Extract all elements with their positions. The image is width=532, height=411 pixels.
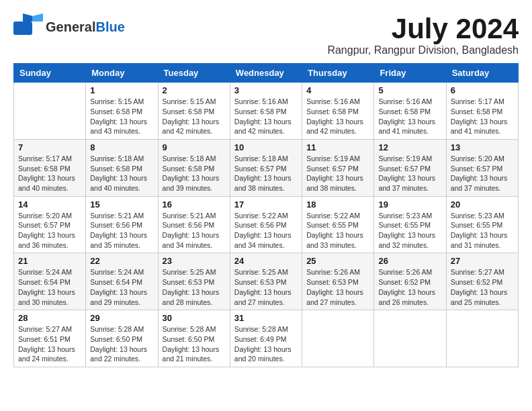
calendar-cell: 1Sunrise: 5:15 AM Sunset: 6:58 PM Daylig… [86, 83, 158, 140]
day-info: Sunrise: 5:27 AM Sunset: 6:52 PM Dayligh… [451, 267, 514, 307]
day-info: Sunrise: 5:20 AM Sunset: 6:57 PM Dayligh… [451, 154, 514, 193]
day-info: Sunrise: 5:15 AM Sunset: 6:58 PM Dayligh… [163, 97, 226, 136]
svg-marker-2 [32, 13, 43, 21]
day-number: 7 [18, 142, 81, 152]
calendar-week-row-4: 21Sunrise: 5:24 AM Sunset: 6:54 PM Dayli… [14, 253, 519, 310]
day-info: Sunrise: 5:21 AM Sunset: 6:56 PM Dayligh… [90, 211, 153, 250]
day-number: 17 [234, 199, 298, 210]
day-info: Sunrise: 5:16 AM Sunset: 6:58 PM Dayligh… [378, 97, 441, 136]
day-number: 14 [18, 199, 81, 210]
day-info: Sunrise: 5:19 AM Sunset: 6:57 PM Dayligh… [306, 154, 369, 193]
weekday-header-thursday: Thursday [302, 64, 374, 83]
day-number: 13 [451, 142, 514, 152]
calendar-cell: 21Sunrise: 5:24 AM Sunset: 6:54 PM Dayli… [14, 253, 86, 310]
calendar-cell: 4Sunrise: 5:16 AM Sunset: 6:58 PM Daylig… [302, 83, 374, 140]
svg-rect-0 [13, 21, 32, 35]
calendar-cell: 25Sunrise: 5:26 AM Sunset: 6:53 PM Dayli… [302, 253, 374, 310]
calendar-cell: 6Sunrise: 5:17 AM Sunset: 6:58 PM Daylig… [446, 83, 518, 140]
day-info: Sunrise: 5:26 AM Sunset: 6:53 PM Dayligh… [306, 267, 369, 307]
calendar-cell [14, 83, 86, 140]
day-number: 1 [90, 85, 153, 95]
calendar-cell: 18Sunrise: 5:22 AM Sunset: 6:55 PM Dayli… [302, 196, 374, 253]
calendar-cell: 28Sunrise: 5:27 AM Sunset: 6:51 PM Dayli… [14, 310, 86, 367]
day-number: 11 [306, 142, 369, 152]
day-info: Sunrise: 5:24 AM Sunset: 6:54 PM Dayligh… [18, 267, 81, 307]
calendar-cell: 30Sunrise: 5:28 AM Sunset: 6:50 PM Dayli… [158, 310, 230, 367]
day-number: 29 [90, 313, 153, 323]
day-number: 15 [90, 199, 153, 210]
weekday-header-wednesday: Wednesday [230, 64, 302, 83]
day-info: Sunrise: 5:22 AM Sunset: 6:55 PM Dayligh… [306, 211, 369, 250]
calendar-table: SundayMondayTuesdayWednesdayThursdayFrid… [13, 63, 519, 367]
calendar-cell: 19Sunrise: 5:23 AM Sunset: 6:55 PM Dayli… [374, 196, 446, 253]
calendar-week-row-3: 14Sunrise: 5:20 AM Sunset: 6:57 PM Dayli… [14, 196, 519, 253]
calendar-cell: 31Sunrise: 5:28 AM Sunset: 6:49 PM Dayli… [230, 310, 302, 367]
calendar-cell: 14Sunrise: 5:20 AM Sunset: 6:57 PM Dayli… [14, 196, 86, 253]
location-subtitle: Rangpur, Rangpur Division, Bangladesh [327, 44, 519, 56]
day-number: 25 [306, 256, 369, 266]
day-info: Sunrise: 5:28 AM Sunset: 6:50 PM Dayligh… [90, 324, 153, 364]
day-info: Sunrise: 5:18 AM Sunset: 6:58 PM Dayligh… [90, 154, 153, 193]
calendar-cell: 7Sunrise: 5:17 AM Sunset: 6:58 PM Daylig… [14, 139, 86, 196]
day-info: Sunrise: 5:28 AM Sunset: 6:49 PM Dayligh… [234, 324, 298, 364]
calendar-cell: 26Sunrise: 5:26 AM Sunset: 6:52 PM Dayli… [374, 253, 446, 310]
calendar-cell: 29Sunrise: 5:28 AM Sunset: 6:50 PM Dayli… [86, 310, 158, 367]
day-number: 8 [90, 142, 153, 152]
day-info: Sunrise: 5:18 AM Sunset: 6:57 PM Dayligh… [234, 154, 298, 193]
weekday-header-friday: Friday [374, 64, 446, 83]
calendar-week-row-1: 1Sunrise: 5:15 AM Sunset: 6:58 PM Daylig… [14, 83, 519, 140]
calendar-cell: 24Sunrise: 5:25 AM Sunset: 6:53 PM Dayli… [230, 253, 302, 310]
calendar-cell [302, 310, 374, 367]
day-info: Sunrise: 5:16 AM Sunset: 6:58 PM Dayligh… [234, 97, 298, 136]
page-header: GeneralBlue July 2024 Rangpur, Rangpur D… [13, 13, 519, 56]
calendar-cell: 11Sunrise: 5:19 AM Sunset: 6:57 PM Dayli… [302, 139, 374, 196]
day-info: Sunrise: 5:27 AM Sunset: 6:51 PM Dayligh… [18, 324, 81, 364]
day-info: Sunrise: 5:23 AM Sunset: 6:55 PM Dayligh… [451, 211, 514, 250]
calendar-cell [446, 310, 518, 367]
logo-text: GeneralBlue [46, 19, 125, 35]
day-number: 12 [378, 142, 441, 152]
weekday-header-saturday: Saturday [446, 64, 518, 83]
day-info: Sunrise: 5:18 AM Sunset: 6:58 PM Dayligh… [163, 154, 226, 193]
day-info: Sunrise: 5:16 AM Sunset: 6:58 PM Dayligh… [306, 97, 369, 136]
day-number: 4 [306, 85, 369, 95]
day-number: 5 [378, 85, 441, 95]
day-info: Sunrise: 5:21 AM Sunset: 6:56 PM Dayligh… [163, 211, 226, 250]
day-info: Sunrise: 5:23 AM Sunset: 6:55 PM Dayligh… [378, 211, 441, 250]
logo: GeneralBlue [13, 13, 125, 40]
day-number: 23 [163, 256, 226, 266]
calendar-cell: 15Sunrise: 5:21 AM Sunset: 6:56 PM Dayli… [86, 196, 158, 253]
day-info: Sunrise: 5:17 AM Sunset: 6:58 PM Dayligh… [18, 154, 81, 193]
day-number: 2 [163, 85, 226, 95]
day-number: 27 [451, 256, 514, 266]
day-info: Sunrise: 5:19 AM Sunset: 6:57 PM Dayligh… [378, 154, 441, 193]
calendar-week-row-2: 7Sunrise: 5:17 AM Sunset: 6:58 PM Daylig… [14, 139, 519, 196]
calendar-cell: 9Sunrise: 5:18 AM Sunset: 6:58 PM Daylig… [158, 139, 230, 196]
calendar-cell: 20Sunrise: 5:23 AM Sunset: 6:55 PM Dayli… [446, 196, 518, 253]
day-number: 18 [306, 199, 369, 210]
logo-icon [13, 13, 43, 40]
weekday-header-monday: Monday [86, 64, 158, 83]
calendar-cell: 12Sunrise: 5:19 AM Sunset: 6:57 PM Dayli… [374, 139, 446, 196]
calendar-cell: 22Sunrise: 5:24 AM Sunset: 6:54 PM Dayli… [86, 253, 158, 310]
calendar-cell: 27Sunrise: 5:27 AM Sunset: 6:52 PM Dayli… [446, 253, 518, 310]
title-section: July 2024 Rangpur, Rangpur Division, Ban… [327, 13, 519, 56]
day-number: 19 [378, 199, 441, 210]
day-number: 22 [90, 256, 153, 266]
day-number: 16 [163, 199, 226, 210]
day-info: Sunrise: 5:24 AM Sunset: 6:54 PM Dayligh… [90, 267, 153, 307]
day-number: 21 [18, 256, 81, 266]
calendar-cell: 5Sunrise: 5:16 AM Sunset: 6:58 PM Daylig… [374, 83, 446, 140]
day-number: 28 [18, 313, 81, 323]
calendar-cell: 3Sunrise: 5:16 AM Sunset: 6:58 PM Daylig… [230, 83, 302, 140]
day-info: Sunrise: 5:17 AM Sunset: 6:58 PM Dayligh… [451, 97, 514, 136]
day-number: 3 [234, 85, 298, 95]
month-year-title: July 2024 [327, 13, 519, 44]
calendar-cell: 16Sunrise: 5:21 AM Sunset: 6:56 PM Dayli… [158, 196, 230, 253]
day-number: 26 [378, 256, 441, 266]
calendar-cell: 2Sunrise: 5:15 AM Sunset: 6:58 PM Daylig… [158, 83, 230, 140]
day-info: Sunrise: 5:20 AM Sunset: 6:57 PM Dayligh… [18, 211, 81, 250]
day-info: Sunrise: 5:25 AM Sunset: 6:53 PM Dayligh… [163, 267, 226, 307]
calendar-cell: 17Sunrise: 5:22 AM Sunset: 6:56 PM Dayli… [230, 196, 302, 253]
weekday-header-tuesday: Tuesday [158, 64, 230, 83]
